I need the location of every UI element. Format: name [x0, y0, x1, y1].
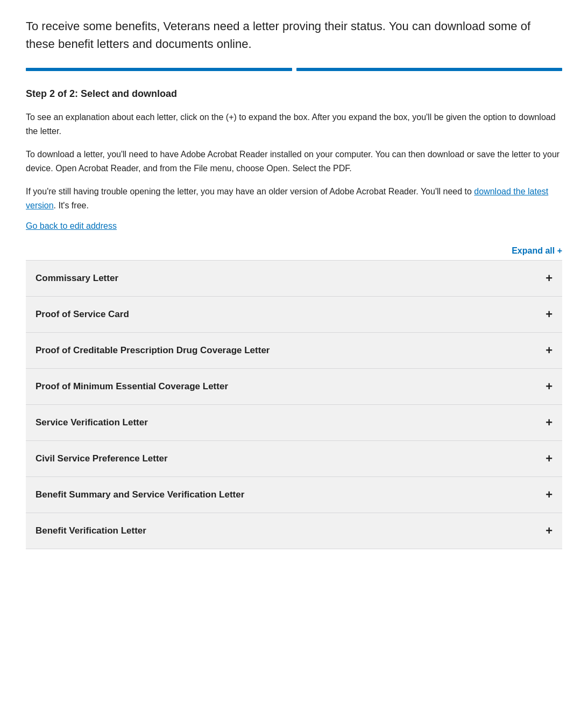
go-back-link[interactable]: Go back to edit address — [26, 221, 117, 231]
accordion-header-2[interactable]: Proof of Creditable Prescription Drug Co… — [26, 333, 562, 368]
acrobat-link-suffix: . It's free. — [54, 201, 89, 210]
accordion-expand-icon-0: + — [546, 271, 552, 285]
accordion-item: Proof of Service Card+ — [26, 297, 562, 333]
intro-text: To receive some benefits, Veterans need … — [26, 17, 562, 53]
progress-segment-2 — [296, 68, 563, 71]
accordion-header-0[interactable]: Commissary Letter+ — [26, 261, 562, 296]
accordion-label-7: Benefit Verification Letter — [36, 525, 146, 536]
accordion-label-1: Proof of Service Card — [36, 309, 129, 320]
accordion-expand-icon-1: + — [546, 307, 552, 321]
instruction-para-3: If you're still having trouble opening t… — [26, 185, 562, 213]
instruction-para-1: To see an explanation about each letter,… — [26, 110, 562, 139]
accordion-header-1[interactable]: Proof of Service Card+ — [26, 297, 562, 332]
accordion-label-4: Service Verification Letter — [36, 417, 148, 428]
expand-all-button[interactable]: Expand all + — [512, 246, 562, 256]
instruction-para-2: To download a letter, you'll need to hav… — [26, 148, 562, 176]
accordion-label-6: Benefit Summary and Service Verification… — [36, 489, 244, 500]
accordion-expand-icon-4: + — [546, 416, 552, 430]
accordion-label-2: Proof of Creditable Prescription Drug Co… — [36, 345, 270, 356]
accordion-item: Commissary Letter+ — [26, 261, 562, 297]
progress-segment-1 — [26, 68, 292, 71]
accordion-header-7[interactable]: Benefit Verification Letter+ — [26, 513, 562, 549]
accordion-list: Commissary Letter+Proof of Service Card+… — [26, 260, 562, 549]
accordion-item: Benefit Summary and Service Verification… — [26, 477, 562, 513]
expand-all-container: Expand all + — [26, 246, 562, 256]
accordion-expand-icon-6: + — [546, 488, 552, 502]
accordion-label-3: Proof of Minimum Essential Coverage Lett… — [36, 381, 228, 392]
accordion-item: Proof of Creditable Prescription Drug Co… — [26, 333, 562, 369]
progress-bar — [26, 68, 562, 71]
accordion-expand-icon-2: + — [546, 344, 552, 358]
accordion-expand-icon-3: + — [546, 380, 552, 394]
accordion-item: Benefit Verification Letter+ — [26, 513, 562, 549]
accordion-header-6[interactable]: Benefit Summary and Service Verification… — [26, 477, 562, 513]
instruction-para-3-text: If you're still having trouble opening t… — [26, 187, 472, 196]
accordion-item: Service Verification Letter+ — [26, 405, 562, 441]
accordion-header-5[interactable]: Civil Service Preference Letter+ — [26, 441, 562, 476]
accordion-item: Proof of Minimum Essential Coverage Lett… — [26, 369, 562, 405]
accordion-label-0: Commissary Letter — [36, 273, 118, 284]
accordion-header-3[interactable]: Proof of Minimum Essential Coverage Lett… — [26, 369, 562, 404]
accordion-label-5: Civil Service Preference Letter — [36, 453, 168, 464]
accordion-item: Civil Service Preference Letter+ — [26, 441, 562, 477]
step-heading: Step 2 of 2: Select and download — [26, 88, 562, 100]
accordion-header-4[interactable]: Service Verification Letter+ — [26, 405, 562, 440]
accordion-expand-icon-7: + — [546, 524, 552, 538]
accordion-expand-icon-5: + — [546, 452, 552, 466]
